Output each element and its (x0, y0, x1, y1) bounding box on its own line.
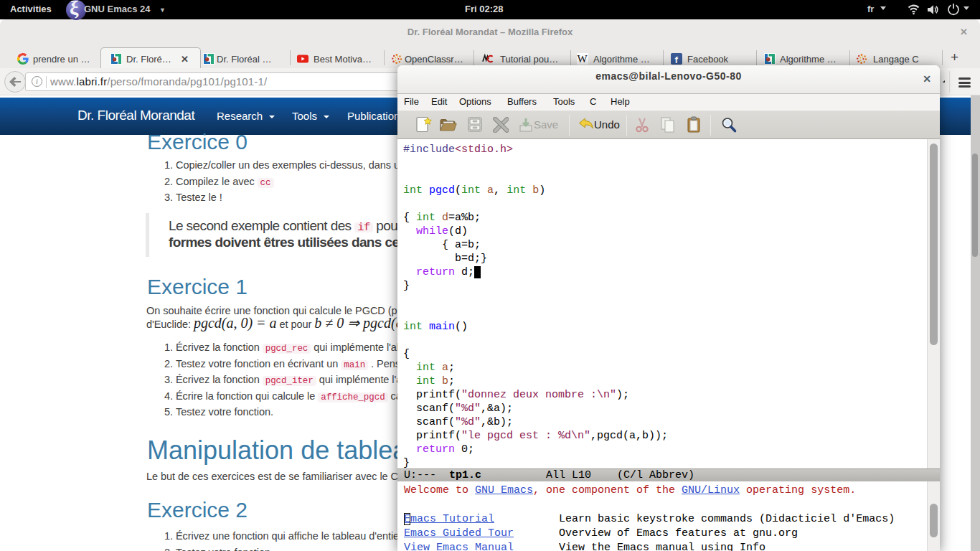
svg-text:W: W (578, 53, 588, 65)
svg-text:f: f (675, 55, 679, 65)
